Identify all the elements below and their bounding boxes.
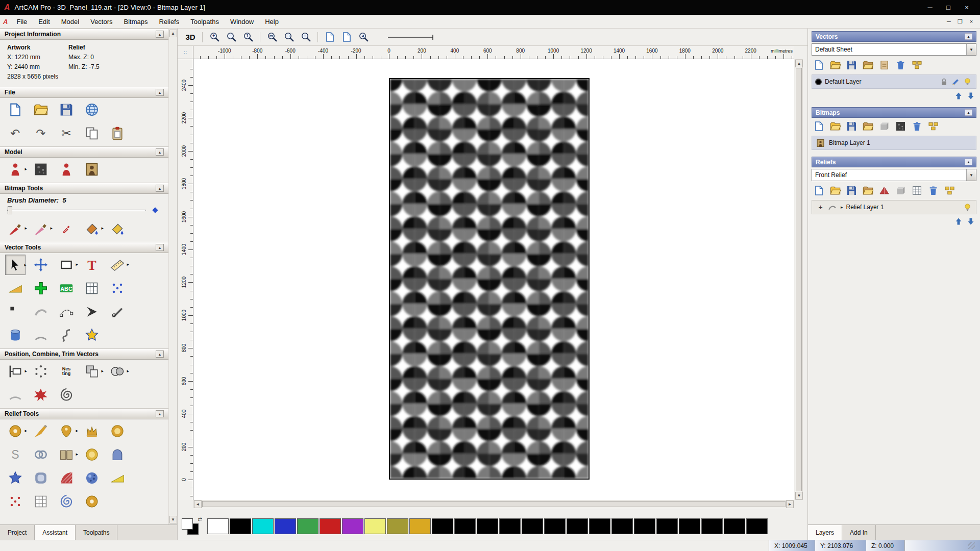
collapse-vectors-icon[interactable]: ▲: [965, 33, 972, 40]
export-model-button[interactable]: [82, 99, 102, 120]
shape-relief-tool[interactable]: ▸: [56, 421, 77, 441]
combine-vectors-tool[interactable]: ▸: [82, 361, 102, 382]
smooth-relief-tool[interactable]: S: [5, 444, 26, 465]
position-vectors-tool[interactable]: ▸: [5, 361, 26, 382]
palette-swatch-16[interactable]: [567, 518, 588, 534]
greyscale-from-model-button[interactable]: ▸: [5, 159, 26, 180]
add-relief-layer-icon[interactable]: +: [815, 202, 826, 213]
menu-toolpaths[interactable]: Toolpaths: [185, 16, 225, 28]
open-model-button[interactable]: [31, 99, 51, 120]
knife-tool[interactable]: [107, 302, 128, 322]
collapse-bitmaps-icon[interactable]: ▲: [965, 109, 972, 116]
contrast-bitmap-layer-button[interactable]: [894, 120, 908, 133]
flyout-arrow-icon[interactable]: ▸: [24, 428, 27, 433]
expand-relief-layer-icon[interactable]: ▸: [841, 205, 843, 210]
tab-toolpaths[interactable]: Toolpaths: [76, 525, 117, 540]
relief-layer-row[interactable]: + ▸ Relief Layer 1: [812, 200, 976, 214]
new-vector-layer-button[interactable]: [812, 59, 826, 71]
mdi-close-button[interactable]: ×: [966, 16, 977, 27]
zoom-page-button[interactable]: ▭: [264, 30, 280, 44]
transform-vectors-tool[interactable]: [31, 255, 51, 275]
collapse-section-icon[interactable]: ▲: [156, 89, 164, 96]
create-spiral-tool[interactable]: [56, 385, 77, 405]
turn-relief-tool[interactable]: [107, 444, 128, 465]
extrude-tool[interactable]: [5, 325, 26, 345]
palette-swatch-8[interactable]: [387, 518, 408, 534]
create-arc-tool[interactable]: [31, 325, 51, 345]
swap-colours-icon[interactable]: ⇄: [198, 516, 202, 522]
palette-swatch-18[interactable]: [611, 518, 633, 534]
mesh-relief-tool[interactable]: [31, 491, 51, 512]
palette-swatch-3[interactable]: [275, 518, 296, 534]
texture-relief-wizard[interactable]: ▸: [5, 421, 26, 441]
wedge-relief-tool[interactable]: [107, 468, 128, 488]
open-bitmap-layer-button[interactable]: [828, 120, 842, 133]
export-vector-layer-button[interactable]: [877, 59, 891, 71]
save-model-button[interactable]: [56, 99, 77, 120]
dropdown-arrow-icon[interactable]: ▼: [966, 169, 976, 181]
project-information-header[interactable]: Project Information ▲: [0, 29, 168, 40]
bitmaps-header[interactable]: Bitmaps ▲: [812, 107, 976, 118]
scroll-down-button[interactable]: ▼: [795, 492, 803, 499]
move-vector-layer-down-button[interactable]: [965, 91, 976, 101]
copy-button[interactable]: [82, 123, 102, 143]
scroll-up-button[interactable]: ▲: [795, 60, 803, 67]
zoom-selection-button[interactable]: ◌: [298, 30, 313, 44]
weave-relief-tool[interactable]: [31, 444, 51, 465]
bitmap-layer-thumbnail[interactable]: [815, 138, 826, 148]
close-button[interactable]: ×: [958, 2, 976, 14]
slider-handle[interactable]: [8, 206, 12, 214]
canvas-viewport[interactable]: [193, 59, 794, 500]
palette-swatch-17[interactable]: [589, 518, 610, 534]
crown-relief-tool[interactable]: [82, 421, 102, 441]
bitmap-tools-header[interactable]: Bitmap Tools ▲: [0, 183, 168, 194]
create-polygon-tool[interactable]: [107, 278, 128, 298]
relief-layer-visibility-icon[interactable]: [962, 202, 973, 213]
palette-swatch-2[interactable]: [252, 518, 274, 534]
box-relief-layer-button[interactable]: [894, 184, 908, 197]
select-vectors-tool[interactable]: ▸: [5, 255, 26, 275]
tab-assistant[interactable]: Assistant: [35, 525, 76, 540]
mdi-minimize-button[interactable]: ─: [943, 16, 954, 27]
palette-swatch-14[interactable]: [522, 518, 543, 534]
fan-relief-tool[interactable]: [56, 468, 77, 488]
save-relief-layer-button[interactable]: [845, 184, 859, 197]
flyout-arrow-icon[interactable]: ▸: [127, 262, 129, 267]
texture-relief-button[interactable]: [31, 159, 51, 180]
offset-relief-tool[interactable]: ▸: [56, 444, 77, 465]
delete-bitmap-layer-button[interactable]: [910, 120, 924, 133]
bitmap-from-model-button[interactable]: [82, 159, 102, 180]
flyout-arrow-icon[interactable]: ▸: [76, 452, 78, 457]
snap-grid-tool[interactable]: [82, 278, 102, 298]
palette-swatch-15[interactable]: [544, 518, 566, 534]
model-section-header[interactable]: Model ▲: [0, 146, 168, 158]
menu-reliefs[interactable]: Reliefs: [154, 16, 185, 28]
node-editing-tool[interactable]: [56, 325, 77, 345]
bezier-curve-tool[interactable]: [56, 302, 77, 322]
create-text-tool[interactable]: T: [82, 255, 102, 275]
create-point-tool[interactable]: [5, 302, 26, 322]
cut-button[interactable]: ✂: [56, 123, 77, 143]
menu-window[interactable]: Window: [225, 16, 259, 28]
new-model-button[interactable]: [5, 99, 26, 120]
move-relief-layer-down-button[interactable]: [965, 216, 976, 226]
ornament-relief-tool[interactable]: [82, 491, 102, 512]
previous-view-button[interactable]: [322, 30, 337, 44]
horizontal-scrollbar[interactable]: ◄ ►: [193, 500, 794, 508]
zoom-out-button[interactable]: −: [224, 30, 239, 44]
fit-arcs-tool[interactable]: [5, 385, 26, 405]
primary-colour-swatch[interactable]: [182, 518, 193, 530]
roof-relief-layer-button[interactable]: [877, 184, 891, 197]
vertical-scrollbar[interactable]: ▲ ▼: [795, 59, 803, 500]
vector-layer-row[interactable]: Default Layer: [812, 74, 976, 89]
dome-relief-tool[interactable]: [82, 444, 102, 465]
vectors-header[interactable]: Vectors ▲: [812, 31, 976, 42]
delete-vector-layer-button[interactable]: [894, 59, 908, 71]
circular-copy-tool[interactable]: [31, 361, 51, 382]
palette-swatch-1[interactable]: [230, 518, 251, 534]
swirl-relief-tool[interactable]: [56, 491, 77, 512]
flyout-arrow-icon[interactable]: ▸: [101, 368, 104, 373]
offset-vectors-tool[interactable]: [5, 278, 26, 298]
create-rectangle-tool[interactable]: ▸: [56, 255, 77, 275]
dropdown-arrow-icon[interactable]: ▼: [966, 44, 976, 55]
